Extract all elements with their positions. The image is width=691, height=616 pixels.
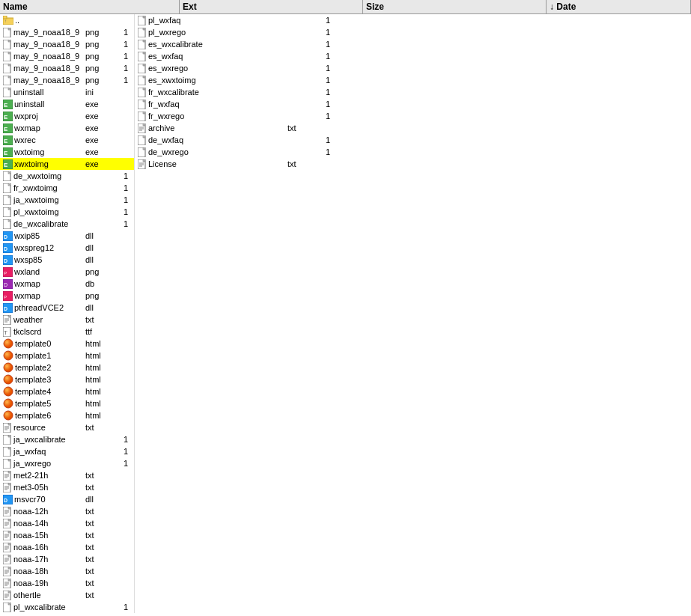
file-name: wxmap	[14, 122, 40, 134]
file-ext	[284, 26, 311, 38]
file-ext	[82, 206, 109, 218]
list-item[interactable]: template1html	[0, 350, 134, 362]
list-item[interactable]: uninstallini	[0, 86, 134, 98]
list-item[interactable]: ja_wxrego1	[0, 457, 134, 469]
list-item[interactable]: template0html	[0, 338, 134, 350]
file-ext	[284, 38, 311, 50]
list-item[interactable]: de_wxrego1	[135, 146, 691, 158]
file-name: noaa-12h	[13, 505, 49, 517]
file-icon	[3, 603, 12, 612]
file-icon	[3, 52, 12, 61]
list-item[interactable]: Ewxmapexe	[0, 122, 134, 134]
list-item[interactable]: template4html	[0, 385, 134, 397]
file-ext: exe	[82, 110, 109, 122]
list-item[interactable]: Dwxspreg12dll	[0, 242, 134, 254]
list-item[interactable]: ja_xwxtoimg1	[0, 194, 134, 206]
list-item[interactable]: noaa-16htxt	[0, 541, 134, 553]
list-item[interactable]: may_9_noaa18_9am-tpng1	[0, 38, 134, 50]
file-ext: db	[82, 278, 109, 290]
file-name: wxmap	[14, 290, 40, 302]
file-size	[109, 577, 131, 589]
exe-icon: E	[3, 123, 13, 133]
file-ext: txt	[82, 529, 109, 541]
html-icon	[3, 410, 13, 421]
file-name: template3	[15, 373, 51, 385]
list-item[interactable]: template5html	[0, 397, 134, 409]
list-item[interactable]: may_9_noaa18_9am-1png1	[0, 50, 134, 62]
header-ext[interactable]: Ext	[180, 0, 363, 13]
list-item[interactable]: DpthreadVCE2dll	[0, 302, 134, 314]
file-icon	[3, 219, 12, 229]
header-name[interactable]: Name	[0, 0, 180, 13]
list-item[interactable]: pl_wxcalibrate1	[0, 601, 134, 613]
list-item[interactable]: noaa-12htxt	[0, 505, 134, 517]
file-ext: txt	[82, 589, 109, 601]
file-size	[109, 553, 131, 565]
file-ext: png	[82, 62, 109, 74]
txt-icon	[3, 483, 12, 493]
list-item[interactable]: es_xwxtoimg1	[135, 74, 691, 86]
list-item[interactable]: noaa-19htxt	[0, 577, 134, 589]
header-date[interactable]: ↓ Date	[547, 0, 691, 13]
svg-point-49	[4, 375, 13, 384]
list-item[interactable]: Ttkclscrdttf	[0, 326, 134, 338]
list-item[interactable]: Licensetxt	[135, 158, 691, 170]
list-item[interactable]: Ewxprojexe	[0, 110, 134, 122]
list-item[interactable]: Dwxmapdb	[0, 278, 134, 290]
file-size: 1	[109, 445, 131, 457]
list-item[interactable]: resourcetxt	[0, 421, 134, 433]
list-item[interactable]: template2html	[0, 362, 134, 373]
list-item[interactable]: Exwxtoimgexe	[0, 158, 134, 170]
list-item[interactable]: fr_wxrego1	[135, 110, 691, 122]
file-name: wxmap	[14, 278, 40, 290]
list-item[interactable]: may_9_noaa18_9am-rpng1	[0, 74, 134, 86]
list-item[interactable]: de_wxfaq1	[135, 134, 691, 146]
header-size[interactable]: Size	[363, 0, 547, 13]
list-item[interactable]: fr_xwxtoimg1	[0, 182, 134, 194]
file-name: License	[148, 158, 177, 170]
list-item[interactable]: ja_wxcalibrate1	[0, 433, 134, 445]
list-item[interactable]: Dmsvcr70dll	[0, 493, 134, 505]
list-item[interactable]: weathertxt	[0, 314, 134, 326]
list-item[interactable]: noaa-15htxt	[0, 529, 134, 541]
file-size: 1	[109, 62, 131, 74]
list-item[interactable]: es_wxrego1	[135, 62, 691, 74]
file-name: wxrec	[14, 134, 36, 146]
file-icon	[3, 28, 12, 37]
list-item[interactable]: ja_wxfaq1	[0, 445, 134, 457]
list-item[interactable]: noaa-17htxt	[0, 553, 134, 565]
file-name: msvcr70	[14, 493, 46, 505]
list-item[interactable]: Dwxsp85dll	[0, 254, 134, 266]
list-item[interactable]: othertletxt	[0, 589, 134, 601]
list-item[interactable]: archivetxt	[135, 122, 691, 134]
list-item[interactable]: Pwxlandpng	[0, 266, 134, 278]
list-item[interactable]: met2-21htxt	[0, 469, 134, 481]
list-item[interactable]: noaa-18htxt	[0, 565, 134, 577]
list-item[interactable]: met3-05htxt	[0, 481, 134, 493]
list-item[interactable]: Euninstallexe	[0, 98, 134, 110]
file-size: 1	[311, 50, 333, 62]
list-item[interactable]: fr_wxcalibrate1	[135, 86, 691, 98]
list-item[interactable]: Dwxip85dll	[0, 230, 134, 242]
list-item[interactable]: template6html	[0, 409, 134, 421]
list-item[interactable]: de_xwxtoimg1	[0, 170, 134, 182]
list-item[interactable]: noaa-14htxt	[0, 517, 134, 529]
file-size	[109, 266, 131, 278]
file-size: 1	[109, 457, 131, 469]
list-item[interactable]: Ewxtoimgexe	[0, 146, 134, 158]
list-item[interactable]: es_wxfaq1	[135, 50, 691, 62]
list-item[interactable]: may_9_noaa18_9am-4png1	[0, 62, 134, 74]
list-item[interactable]: pl_xwxtoimg1	[0, 206, 134, 218]
list-item[interactable]: de_wxcalibrate1	[0, 218, 134, 230]
list-item[interactable]: pl_wxrego1	[135, 26, 691, 38]
list-item[interactable]: Pwxmappng	[0, 290, 134, 302]
list-item[interactable]: template3html	[0, 373, 134, 385]
list-item[interactable]: pl_wxfaq1	[135, 14, 691, 26]
file-name: xwxtoimg	[14, 158, 49, 170]
list-item[interactable]: ↑..	[0, 14, 134, 26]
list-item[interactable]: may_9_noaa18_9am-cpng1	[0, 26, 134, 38]
list-item[interactable]: es_wxcalibrate1	[135, 38, 691, 50]
list-item[interactable]: fr_wxfaq1	[135, 98, 691, 110]
list-item[interactable]: Ewxrecexe	[0, 134, 134, 146]
file-name: may_9_noaa18_9am-c	[13, 26, 79, 38]
